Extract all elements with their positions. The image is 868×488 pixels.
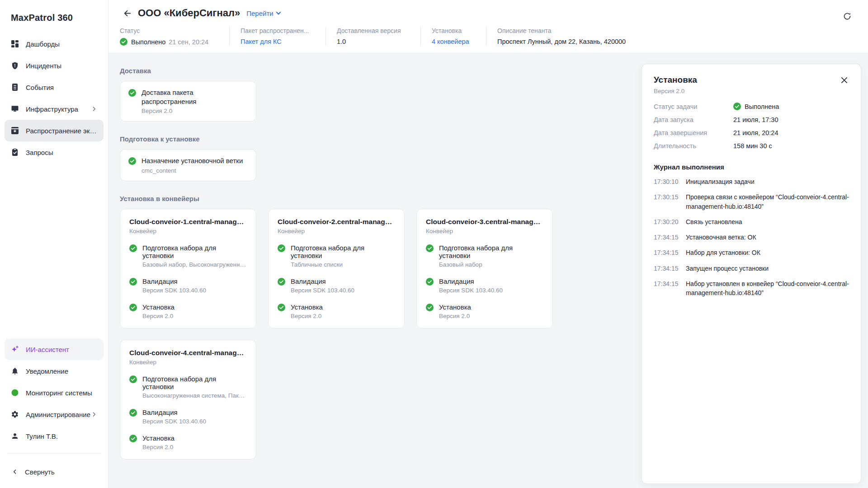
sidebar-item-label: Тулин Т.В. — [26, 432, 97, 440]
conveyor-step: Валидация Версия SDK 103.40.60 — [426, 277, 543, 294]
sidebar-item-ai-assistant[interactable]: ИИ-ассистент — [5, 338, 104, 360]
check-circle-icon — [426, 278, 434, 286]
field-value: 158 мин 30 с — [733, 142, 772, 150]
step-title: Подготовка набора для установки — [291, 244, 395, 259]
go-to-label: Перейти — [246, 9, 273, 17]
card-title: Доставка пакета распространения — [142, 88, 248, 106]
sidebar-item-notifications[interactable]: Уведомление — [5, 360, 104, 382]
sidebar-item-requests[interactable]: Запросы — [5, 141, 104, 163]
log-row: 17:34:15 Набор для установки: ОК — [654, 248, 849, 257]
card-title: Назначение установочной ветки — [142, 156, 243, 165]
conveyor-card-3[interactable]: Cloud-conveior-3.central-manageme... Кон… — [416, 209, 553, 328]
sparkles-icon — [11, 345, 19, 353]
field-value: 21 июля, 20:24 — [733, 129, 778, 136]
dashboards-icon — [11, 40, 19, 48]
step-title: Установка — [439, 303, 471, 311]
status-date: 21 сен, 20:24 — [169, 38, 208, 46]
check-circle-icon — [128, 157, 136, 165]
sidebar-item-label: Инфраструктура — [26, 105, 91, 113]
log-text: Проверка связи с конвейером “Cloud-conve… — [686, 192, 849, 211]
check-circle-icon — [120, 38, 127, 46]
sidebar-collapse-button[interactable]: Свернуть — [0, 460, 108, 483]
conveyor-title: Cloud-conveior-2.central-manageme... — [278, 218, 395, 226]
field-label: Дата завершения — [654, 129, 733, 136]
field-label: Статус задачи — [654, 103, 733, 110]
sidebar-item-system-monitoring[interactable]: Мониторинг системы — [5, 382, 104, 404]
sidebar-item-events[interactable]: События — [5, 76, 104, 98]
sidebar-item-distribution[interactable]: Распространение эксп... — [5, 120, 104, 141]
sidebar-nav: Дашборды Инциденты События Инфраструктур… — [0, 33, 108, 163]
delivered-version-value: 1.0 — [337, 38, 410, 45]
log-text: Связь установлена — [686, 217, 742, 226]
log-row: 17:34:15 Установочная ветка: ОК — [654, 233, 849, 242]
conveyor-type: Конвейер — [129, 228, 247, 235]
step-subtitle: Версия SDK 103.40.60 — [142, 418, 206, 425]
gear-icon — [11, 410, 19, 418]
panel-fields: Статус задачи Выполнена Дата запуска 21 … — [654, 103, 849, 150]
field-end-date: Дата завершения 21 июля, 20:24 — [654, 129, 849, 136]
info-col-delivered-version: Доставленная версия 1.0 — [326, 27, 420, 46]
log-time: 17:34:15 — [654, 279, 680, 288]
installation-detail-panel: Установка Версия 2.0 Статус задачи Выпол… — [642, 64, 861, 484]
step-subtitle: Базовый набор — [439, 261, 543, 268]
panel-subtitle: Версия 2.0 — [654, 88, 849, 94]
log-time: 17:30:20 — [654, 217, 680, 226]
conveyor-type: Конвейер — [426, 228, 543, 235]
execution-log: 17:30:10 Инициализация задачи 17:30:15 П… — [654, 177, 849, 298]
step-subtitle: Версия 2.0 — [142, 313, 175, 319]
conveyor-card-2[interactable]: Cloud-conveior-2.central-manageme... Кон… — [268, 209, 405, 328]
sidebar-item-dashboards[interactable]: Дашборды — [5, 33, 104, 55]
installation-link[interactable]: 4 конвейера — [432, 38, 475, 45]
sidebar-item-label: Распространение эксп... — [26, 127, 97, 135]
check-circle-icon — [129, 244, 137, 252]
log-text: Набор для установки: ОК — [686, 248, 760, 257]
tenant-value: Проспект Лунный, дом 22, Казань, 420000 — [497, 38, 626, 45]
info-label: Доставленная версия — [337, 27, 410, 34]
step-subtitle: Высоконагруженная система, Пакет S... — [142, 392, 246, 399]
monitor-icon — [11, 105, 19, 113]
step-title: Подготовка набора для установки — [142, 375, 247, 390]
sidebar-item-user-profile[interactable]: Тулин Т.В. — [5, 425, 104, 447]
field-value: 21 июля, 17:30 — [733, 116, 778, 123]
preparation-card[interactable]: Назначение установочной ветки cmc_conten… — [120, 149, 256, 181]
step-title: Установка — [142, 303, 175, 311]
check-circle-icon — [733, 103, 741, 110]
package-inbox-icon — [11, 127, 19, 135]
conveyor-card-1[interactable]: Cloud-conveior-1.central-manageme... Кон… — [120, 209, 256, 328]
refresh-button[interactable] — [843, 12, 854, 23]
log-time: 17:34:15 — [654, 233, 680, 242]
log-time: 17:34:15 — [654, 264, 680, 273]
sidebar-item-infrastructure[interactable]: Инфраструктура — [5, 98, 104, 120]
close-icon[interactable] — [839, 75, 849, 85]
conveyor-step: Подготовка набора для установки Табличны… — [278, 244, 395, 268]
sidebar-item-label: Инциденты — [26, 62, 97, 70]
field-label: Длительность — [654, 142, 733, 150]
check-circle-icon — [426, 304, 434, 311]
app-logo: MaxPatrol 360 — [0, 0, 108, 33]
conveyor-card-4[interactable]: Cloud-conveior-4.central-manageme... Кон… — [120, 340, 256, 460]
conveyor-step: Подготовка набора для установки Базовый … — [426, 244, 543, 268]
step-subtitle: Версия 2.0 — [439, 313, 471, 319]
check-circle-icon — [128, 89, 136, 97]
step-title: Подготовка набора для установки — [439, 244, 543, 259]
conveyor-step: Валидация Версия SDK 103.40.60 — [129, 408, 247, 425]
info-col-package: Пакет распространен... Пакет для КС — [229, 27, 326, 46]
conveyor-step: Установка Версия 2.0 — [129, 303, 247, 319]
info-bar: Статус Выполнено 21 сен, 20:24 Пакет рас… — [120, 26, 868, 53]
conveyor-step: Подготовка набора для установки Базовый … — [129, 244, 247, 268]
sidebar-item-incidents[interactable]: Инциденты — [5, 55, 104, 76]
chevron-right-icon — [91, 106, 97, 112]
package-link[interactable]: Пакет для КС — [241, 38, 315, 45]
delivery-card[interactable]: Доставка пакета распространения Версия 2… — [120, 81, 256, 122]
status-value: Выполнено — [131, 38, 165, 46]
back-button[interactable] — [120, 6, 133, 20]
status-dot-icon — [11, 389, 19, 397]
conveyor-type: Конвейер — [278, 228, 395, 235]
shield-exclamation-icon — [11, 61, 19, 70]
field-start-date: Дата запуска 21 июля, 17:30 — [654, 116, 849, 123]
log-row: 17:30:10 Инициализация задачи — [654, 177, 849, 186]
go-to-link[interactable]: Перейти — [246, 9, 281, 17]
log-row: 17:34:15 Запущен процесс установки — [654, 264, 849, 273]
conveyor-step: Установка Версия 2.0 — [129, 434, 247, 450]
sidebar-item-administration[interactable]: Администрирование — [5, 404, 104, 425]
